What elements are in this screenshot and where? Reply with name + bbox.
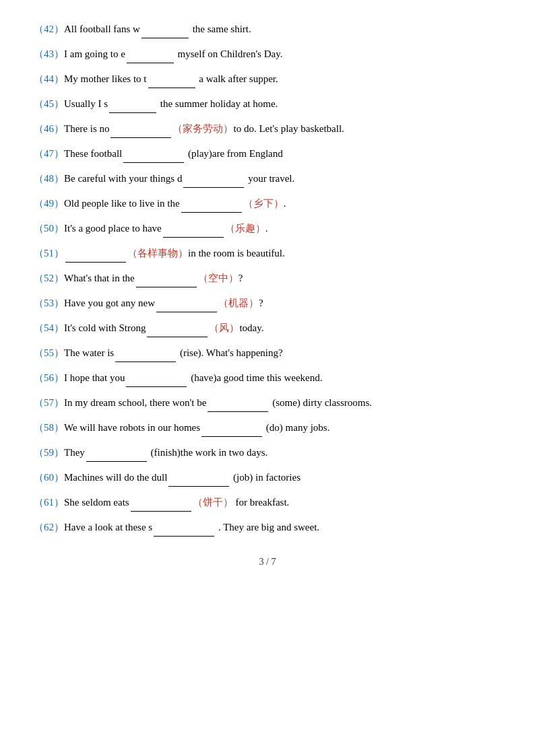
chinese-hint: （家务劳动） xyxy=(172,123,233,134)
list-item: （54）It's cold with Strong（风）today. xyxy=(34,319,501,337)
item-content: Be careful with your things d your trave… xyxy=(64,170,501,188)
item-content: What's that in the（空中）? xyxy=(64,269,501,287)
chinese-hint: （饼干） xyxy=(193,497,233,508)
fill-blank[interactable] xyxy=(154,524,214,537)
chinese-hint: （乐趣） xyxy=(225,223,265,234)
fill-blank[interactable] xyxy=(181,201,242,213)
list-item: （53）Have you got any new（机器）? xyxy=(34,294,501,312)
fill-blank[interactable] xyxy=(183,176,244,188)
item-number: （44） xyxy=(34,70,64,88)
item-content: Usually I s the summer holiday at home. xyxy=(64,95,501,113)
item-number: （51） xyxy=(34,244,64,263)
chinese-hint: （各样事物） xyxy=(127,248,188,259)
list-item: （50）It's a good place to have（乐趣）. xyxy=(34,219,501,238)
list-item: （45）Usually I s the summer holiday at ho… xyxy=(34,95,501,113)
item-content: Have a look at these s . They are big an… xyxy=(64,518,501,537)
item-content: Have you got any new（机器）? xyxy=(64,294,501,312)
item-number: （54） xyxy=(34,319,64,337)
item-number: （48） xyxy=(34,170,64,188)
list-item: （47）These football (play)are from Englan… xyxy=(34,145,501,163)
item-content: In my dream school, there won't be (some… xyxy=(64,394,501,412)
item-number: （58） xyxy=(34,419,64,437)
item-content: These football (play)are from England xyxy=(64,145,501,163)
item-content: （各样事物）in the room is beautiful. xyxy=(64,244,501,263)
item-number: （50） xyxy=(34,219,64,238)
item-content: There is no（家务劳动）to do. Let's play baske… xyxy=(64,120,501,138)
fill-blank[interactable] xyxy=(127,51,174,63)
item-number: （42） xyxy=(34,20,64,38)
chinese-hint: （乡下） xyxy=(243,198,284,209)
item-number: （47） xyxy=(34,145,64,163)
item-number: （49） xyxy=(34,195,64,213)
item-number: （56） xyxy=(34,369,64,387)
exercise-list: （42）All football fans w the same shirt.（… xyxy=(34,20,501,537)
list-item: （59）They (finish)the work in two days. xyxy=(34,444,501,462)
list-item: （56）I hope that you (have)a good time th… xyxy=(34,369,501,387)
list-item: （57）In my dream school, there won't be (… xyxy=(34,394,501,412)
fill-blank[interactable] xyxy=(163,226,224,238)
item-content: We will have robots in our homes (do) ma… xyxy=(64,419,501,437)
fill-blank[interactable] xyxy=(148,76,195,88)
fill-blank[interactable] xyxy=(136,275,197,287)
list-item: （44）My mother likes to t a walk after su… xyxy=(34,70,501,88)
chinese-hint: （空中） xyxy=(198,273,239,283)
fill-blank[interactable] xyxy=(168,475,229,487)
fill-blank[interactable] xyxy=(156,300,217,312)
fill-blank[interactable] xyxy=(131,500,191,512)
item-number: （61） xyxy=(34,493,64,512)
item-content: I hope that you (have)a good time this w… xyxy=(64,369,501,387)
item-number: （55） xyxy=(34,344,64,362)
list-item: （52）What's that in the（空中）? xyxy=(34,269,501,287)
item-content: They (finish)the work in two days. xyxy=(64,444,501,462)
fill-blank[interactable] xyxy=(201,425,262,437)
item-number: （43） xyxy=(34,45,64,63)
item-number: （52） xyxy=(34,269,64,287)
list-item: （43）I am going to e myself on Children's… xyxy=(34,45,501,63)
item-content: It's cold with Strong（风）today. xyxy=(64,319,501,337)
item-content: My mother likes to t a walk after supper… xyxy=(64,70,501,88)
chinese-hint: （风） xyxy=(209,322,239,333)
item-number: （46） xyxy=(34,120,64,138)
fill-blank[interactable] xyxy=(208,400,268,412)
item-content: All football fans w the same shirt. xyxy=(64,20,501,38)
fill-blank[interactable] xyxy=(115,350,176,362)
item-content: She seldom eats（饼干） for breakfast. xyxy=(64,493,501,512)
fill-blank[interactable] xyxy=(141,26,189,38)
item-number: （60） xyxy=(34,469,64,487)
item-content: Old people like to live in the（乡下）. xyxy=(64,195,501,213)
fill-blank[interactable] xyxy=(123,151,184,163)
list-item: （46）There is no（家务劳动）to do. Let's play b… xyxy=(34,120,501,138)
fill-blank[interactable] xyxy=(126,375,187,387)
item-number: （53） xyxy=(34,294,64,312)
list-item: （60）Machines will do the dull (job) in f… xyxy=(34,469,501,487)
item-content: It's a good place to have（乐趣）. xyxy=(64,219,501,238)
list-item: （42）All football fans w the same shirt. xyxy=(34,20,501,38)
list-item: （58）We will have robots in our homes (do… xyxy=(34,419,501,437)
list-item: （62）Have a look at these s . They are bi… xyxy=(34,518,501,537)
fill-blank[interactable] xyxy=(65,250,126,263)
item-content: The water is (rise). What's happening? xyxy=(64,344,501,362)
page-footer: 3 / 7 xyxy=(34,557,501,568)
item-content: I am going to e myself on Children's Day… xyxy=(64,45,501,63)
list-item: （61）She seldom eats（饼干） for breakfast. xyxy=(34,493,501,512)
list-item: （49）Old people like to live in the（乡下）. xyxy=(34,195,501,213)
fill-blank[interactable] xyxy=(111,126,171,138)
list-item: （55）The water is (rise). What's happenin… xyxy=(34,344,501,362)
item-number: （57） xyxy=(34,394,64,412)
item-content: Machines will do the dull (job) in facto… xyxy=(64,469,501,487)
list-item: （51）（各样事物）in the room is beautiful. xyxy=(34,244,501,263)
item-number: （59） xyxy=(34,444,64,462)
list-item: （48）Be careful with your things d your t… xyxy=(34,170,501,188)
fill-blank[interactable] xyxy=(86,450,147,462)
item-number: （62） xyxy=(34,518,64,537)
chinese-hint: （机器） xyxy=(218,298,259,308)
fill-blank[interactable] xyxy=(109,101,156,113)
fill-blank[interactable] xyxy=(147,325,208,337)
item-number: （45） xyxy=(34,95,64,113)
